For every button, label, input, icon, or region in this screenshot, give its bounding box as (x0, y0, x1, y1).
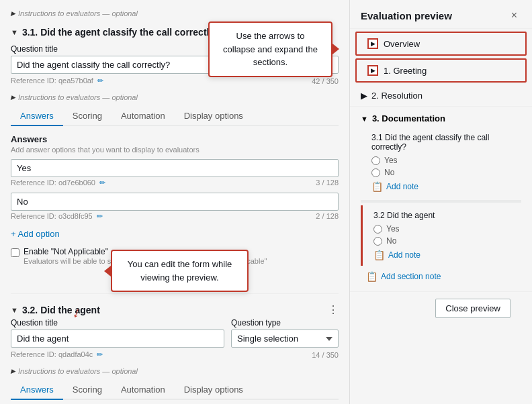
preview-q31-yes: Yes (366, 154, 516, 166)
overview-collapse-icon[interactable]: ▶ (367, 38, 378, 49)
more-options-icon[interactable]: ⋮ (328, 303, 339, 316)
radio-q31-no[interactable] (371, 168, 380, 177)
preview-q31-label: 3.1 Did the agent classify the call corr… (366, 130, 516, 154)
question-type-group-32: Question type Single selection (231, 318, 339, 348)
no-label-32: No (386, 236, 396, 246)
yes-label-31: Yes (384, 156, 398, 165)
tab-display-32[interactable]: Display options (175, 381, 253, 400)
ref-yes: Reference ID: od7e6b060 ✏ (11, 179, 105, 187)
question-type-select-32[interactable]: Single selection (231, 330, 339, 348)
greeting-section-item: ▶ 1. Greeting (355, 58, 527, 83)
yes-count: 3 / 128 (316, 179, 339, 187)
answer-no-input[interactable] (11, 193, 339, 211)
tab-answers-31[interactable]: Answers (11, 107, 63, 126)
ref-id-32: Reference ID: qdadfa04c ✏ (11, 350, 103, 359)
close-preview-x-button[interactable]: × (507, 8, 521, 23)
radio-q31-yes[interactable] (371, 156, 380, 165)
collapse-icon-32[interactable]: ▼ (11, 306, 18, 314)
overview-section-item: ▶ Overview (355, 32, 527, 56)
not-applicable-checkbox[interactable] (11, 248, 19, 257)
add-option-button[interactable]: + Add option (11, 226, 60, 242)
tab-scoring-32[interactable]: Scoring (63, 381, 112, 400)
right-panel-header: Evaluation preview × (350, 0, 532, 29)
preview-q31-no: No (366, 166, 516, 179)
tabs-31: Answers Scoring Automation Display optio… (11, 107, 339, 126)
edit-ref-icon-32[interactable]: ✏ (97, 350, 103, 358)
add-note-32[interactable]: 📋 Add note (368, 247, 516, 263)
edit-ref-icon-31[interactable]: ✏ (97, 77, 103, 85)
evaluation-preview-title: Evaluation preview (361, 10, 452, 21)
overview-label: Overview (384, 39, 420, 49)
answers-title: Answers (11, 134, 339, 144)
radio-q32-yes[interactable] (373, 225, 382, 234)
tab-display-31[interactable]: Display options (175, 107, 253, 126)
section-32: ▼ 3.2. Did the agent ⋮ Question title Qu… (11, 293, 339, 400)
doc-question-31: 3.1 Did the agent classify the call corr… (361, 126, 521, 197)
answer-no: Reference ID: o3cd8fc95 ✏ 2 / 128 (11, 193, 339, 221)
right-panel-footer: Close preview (350, 292, 532, 333)
answers-section-31: Answers Add answer options that you want… (11, 134, 339, 265)
tooltip2-arrow-left (104, 266, 111, 276)
tab-automation-32[interactable]: Automation (112, 381, 175, 400)
doc-tri[interactable]: ▼ (361, 115, 368, 123)
add-section-note[interactable]: 📋 Add section note (361, 266, 521, 287)
tabs-32: Answers Scoring Automation Display optio… (11, 381, 339, 400)
greeting-label: 1. Greeting (384, 66, 427, 76)
documentation-section: ▼ 3. Documentation 3.1 Did the agent cla… (350, 107, 532, 292)
answer-yes-input[interactable] (11, 159, 339, 177)
ref-row-31: Reference ID: qea57b0af ✏ 42 / 350 (11, 77, 339, 85)
expand-icon-32[interactable]: ▶ (11, 368, 15, 374)
char-count-32: 14 / 350 (312, 351, 339, 359)
ref-row-32: Reference ID: qdadfa04c ✏ 14 / 350 (11, 350, 339, 359)
ref-no: Reference ID: o3cd8fc95 ✏ (11, 212, 103, 221)
qt-type-label-32: Question type (231, 318, 339, 327)
preview-q32-label: 3.2 Did the agent (368, 208, 516, 223)
section-32-header: ▼ 3.2. Did the agent ⋮ (11, 301, 339, 318)
expand-icon-top[interactable]: ▶ (11, 10, 15, 17)
answers-subtitle: Add answer options that you want to disp… (11, 146, 339, 154)
instructions-optional-31: ▶ Instructions to evaluators — optional (11, 91, 339, 107)
tooltip1-arrow (332, 44, 339, 54)
add-note-31[interactable]: 📋 Add note (366, 179, 516, 195)
tab-scoring-31[interactable]: Scoring (63, 107, 112, 126)
doc-question-32: 3.2 Did the agent Yes No 📋 Add note (361, 205, 521, 266)
expand-icon-31[interactable]: ▶ (11, 94, 15, 101)
question-title-row-32: Question title Question type Single sele… (11, 318, 339, 348)
char-count-31: 42 / 350 (312, 77, 339, 85)
question-title-input-32[interactable] (11, 330, 224, 348)
preview-q32-yes: Yes (368, 223, 516, 235)
tooltip-collapse-expand: Use the arrows to collapse and expand th… (208, 21, 332, 77)
tab-answers-32[interactable]: Answers (11, 381, 63, 400)
right-panel: Evaluation preview × ▶ Overview ▶ 1. Gre… (349, 0, 532, 404)
edit-yes-icon[interactable]: ✏ (99, 179, 105, 187)
left-panel: ▶ Instructions to evaluators — optional … (0, 0, 349, 404)
qt-label-32: Question title (11, 318, 224, 327)
ref-id-31: Reference ID: qea57b0af ✏ (11, 77, 103, 85)
resolution-section-item: ▶ 2. Resolution (350, 85, 532, 107)
resolution-collapse-icon[interactable]: ▶ (361, 91, 367, 101)
instructions-optional-32: ▶ Instructions to evaluators — optional (11, 364, 339, 381)
answer-yes: Reference ID: od7e6b060 ✏ 3 / 128 (11, 159, 339, 187)
yes-label-32: Yes (386, 224, 400, 234)
resolution-label: 2. Resolution (371, 91, 423, 101)
collapse-icon-31[interactable]: ▼ (11, 28, 18, 36)
no-label-31: No (384, 168, 394, 177)
radio-q32-no[interactable] (373, 237, 382, 246)
question-title-group-32: Question title (11, 318, 224, 348)
greeting-collapse-icon[interactable]: ▶ (367, 65, 378, 76)
no-count: 2 / 128 (316, 212, 339, 221)
section-32-title: 3.2. Did the agent (22, 305, 100, 315)
edit-no-icon[interactable]: ✏ (97, 212, 103, 220)
tooltip-edit-form: You can edit the form while viewing the … (111, 250, 249, 292)
preview-divider (361, 200, 521, 203)
documentation-label: 3. Documentation (372, 113, 445, 123)
main-container: ▶ Instructions to evaluators — optional … (0, 0, 532, 404)
instructions-optional-top: ▶ Instructions to evaluators — optional (11, 7, 339, 23)
close-preview-button[interactable]: Close preview (435, 299, 511, 318)
tab-automation-31[interactable]: Automation (112, 107, 175, 126)
preview-q32-no: No (368, 235, 516, 247)
